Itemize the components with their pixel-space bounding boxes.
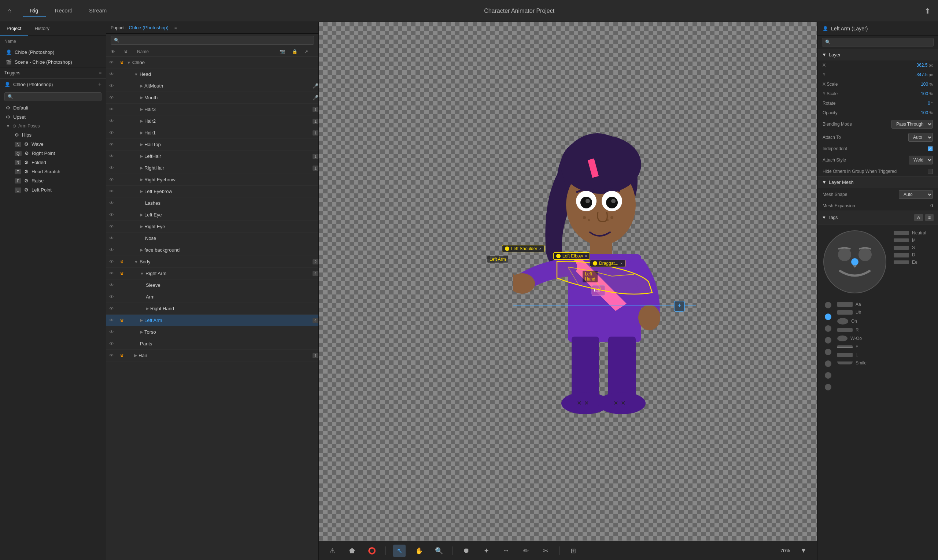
rig-dot[interactable] bbox=[825, 372, 832, 379]
eye-toggle[interactable]: 👁 bbox=[106, 83, 117, 89]
rig-dot[interactable] bbox=[825, 360, 832, 367]
puppet-name-link[interactable]: Chloe (Photoshop) bbox=[129, 25, 168, 31]
tool-record[interactable]: ⏺ bbox=[460, 545, 473, 557]
properties-search-input[interactable] bbox=[822, 38, 933, 46]
rig-dot[interactable] bbox=[825, 337, 832, 343]
tool-select[interactable]: ↖ bbox=[393, 545, 406, 557]
trigger-right-point[interactable]: Q ⚙ Right Point bbox=[9, 149, 106, 158]
prop-value-mesh-expansion[interactable]: 0 bbox=[930, 203, 933, 208]
eye-toggle[interactable]: 👁 bbox=[106, 247, 117, 253]
eye-toggle[interactable]: 👁 bbox=[106, 282, 117, 288]
eye-toggle[interactable]: 👁 bbox=[106, 106, 117, 112]
layer-row[interactable]: 👁 Pants bbox=[106, 338, 319, 350]
layer-row[interactable]: 👁 ▶ Mouth 🎤 bbox=[106, 92, 319, 104]
tool-pen[interactable]: ✏ bbox=[519, 545, 532, 557]
rig-dot[interactable] bbox=[825, 325, 832, 332]
eye-toggle[interactable]: 👁 bbox=[106, 142, 117, 147]
eye-toggle[interactable]: 👁 bbox=[106, 235, 117, 241]
prop-value-x[interactable]: 362.5 bbox=[916, 63, 927, 68]
tool-mesh[interactable]: ⬟ bbox=[346, 545, 358, 557]
blending-mode-select[interactable]: Pass Through Normal Multiply bbox=[892, 120, 933, 129]
hide-others-checkbox[interactable] bbox=[928, 169, 933, 174]
eye-toggle[interactable]: 👁 bbox=[106, 177, 117, 182]
trigger-group-arm-poses[interactable]: ▼ ⊙ Arm Poses bbox=[0, 122, 106, 131]
tool-star[interactable]: ✦ bbox=[480, 545, 493, 557]
layer-row-right-hand[interactable]: 👁 ▶ Right Hand bbox=[106, 303, 319, 315]
eye-toggle[interactable]: 👁 bbox=[106, 212, 117, 218]
layer-row[interactable]: 👁 ♛ ▼ Body 2 bbox=[106, 256, 319, 268]
tool-zoom[interactable]: 🔍 bbox=[433, 545, 445, 557]
eye-toggle[interactable]: 👁 bbox=[106, 71, 117, 77]
layer-row[interactable]: 👁 ▶ Right Eye bbox=[106, 221, 319, 232]
eye-toggle[interactable]: 👁 bbox=[106, 341, 117, 346]
home-icon[interactable]: ⌂ bbox=[7, 6, 12, 15]
trigger-head-scratch[interactable]: T ⚙ Head Scratch bbox=[9, 167, 106, 176]
eye-toggle[interactable]: 👁 bbox=[106, 154, 117, 159]
share-icon[interactable]: ⬆ bbox=[924, 6, 931, 15]
eye-toggle[interactable]: 👁 bbox=[106, 271, 117, 276]
eye-toggle[interactable]: 👁 bbox=[106, 317, 117, 323]
layer-row[interactable]: 👁 ▶ AltMouth 🎤 bbox=[106, 80, 319, 92]
rig-dot[interactable] bbox=[825, 302, 832, 308]
tool-hand[interactable]: ✋ bbox=[413, 545, 425, 557]
prop-value-rotate[interactable]: 0 bbox=[928, 101, 930, 106]
trigger-default[interactable]: ⚙ Default bbox=[0, 103, 106, 112]
eye-toggle[interactable]: 👁 bbox=[106, 306, 117, 311]
layer-mesh-section-header[interactable]: ▼ Layer Mesh bbox=[818, 177, 938, 188]
trigger-folded[interactable]: R ⚙ Folded bbox=[9, 158, 106, 167]
tab-project[interactable]: Project bbox=[0, 22, 28, 35]
rig-dot-active[interactable] bbox=[825, 314, 832, 320]
layer-row[interactable]: 👁 ▶ LeftHair 1 bbox=[106, 151, 319, 162]
layer-row[interactable]: 👁 ▼ Head bbox=[106, 68, 319, 80]
tag-menu-button[interactable]: ≡ bbox=[925, 214, 933, 221]
nav-tab-record[interactable]: Record bbox=[48, 5, 80, 17]
tool-grid[interactable]: ⊞ bbox=[567, 545, 579, 557]
trigger-hips[interactable]: ⚙ Hips bbox=[9, 131, 106, 140]
independent-checkbox[interactable]: ✓ bbox=[928, 146, 933, 151]
eye-toggle[interactable]: 👁 bbox=[106, 130, 117, 135]
layer-row-arm[interactable]: 👁 Arm bbox=[106, 291, 319, 303]
layer-row[interactable]: 👁 ▶ face background bbox=[106, 244, 319, 256]
layer-row[interactable]: 👁 ▶ Left Eye bbox=[106, 209, 319, 221]
layer-row[interactable]: 👁 ♛ ▶ Hair 1 bbox=[106, 350, 319, 362]
tool-warning[interactable]: ⚠ bbox=[326, 545, 339, 557]
puppet-menu-icon[interactable]: ≡ bbox=[174, 25, 177, 31]
layer-row-left-arm[interactable]: 👁 ♛ ▶ Left Arm 4 bbox=[106, 315, 319, 326]
project-item-chloe[interactable]: 👤 Chloe (Photoshop) bbox=[0, 47, 106, 57]
attach-to-select[interactable]: Auto None bbox=[908, 133, 933, 142]
layer-search-input[interactable] bbox=[122, 38, 311, 43]
layer-row[interactable]: 👁 Sleeve bbox=[106, 280, 319, 291]
tool-scissors[interactable]: ✂ bbox=[539, 545, 552, 557]
trigger-wave[interactable]: N ⚙ Wave bbox=[9, 140, 106, 149]
eye-toggle[interactable]: 👁 bbox=[106, 259, 117, 265]
tab-history[interactable]: History bbox=[28, 22, 56, 35]
prop-value-opacity[interactable]: 100 bbox=[921, 110, 928, 115]
eye-toggle[interactable]: 👁 bbox=[106, 60, 117, 65]
layer-row[interactable]: 👁 ▶ Hair2 1 bbox=[106, 115, 319, 127]
prop-value-xscale[interactable]: 100 bbox=[921, 82, 928, 87]
attach-style-select[interactable]: Weld Pin bbox=[909, 155, 933, 165]
tool-circle[interactable]: ⭕ bbox=[366, 545, 378, 557]
layer-row-right-arm[interactable]: 👁 ♛ ▼ Right Arm 4 bbox=[106, 268, 319, 280]
add-trigger-button[interactable]: + bbox=[98, 81, 102, 88]
prop-value-y[interactable]: -347.5 bbox=[915, 72, 927, 77]
tool-arrow[interactable]: ↔ bbox=[500, 545, 512, 557]
eye-toggle[interactable]: 👁 bbox=[106, 200, 117, 206]
eye-toggle[interactable]: 👁 bbox=[106, 118, 117, 124]
trigger-left-point[interactable]: U ⚙ Left Point bbox=[9, 185, 106, 194]
mesh-shape-select[interactable]: Auto Rectangle bbox=[899, 190, 933, 199]
rig-dot[interactable] bbox=[825, 384, 832, 391]
layer-row[interactable]: 👁 Lashes bbox=[106, 197, 319, 209]
rig-dot[interactable] bbox=[825, 349, 832, 355]
layer-row-right-eyebrow[interactable]: 👁 ▶ Right Eyebrow bbox=[106, 174, 319, 186]
layer-row[interactable]: 👁 ▶ Hair3 1 bbox=[106, 104, 319, 115]
eye-toggle[interactable]: 👁 bbox=[106, 165, 117, 171]
layer-row[interactable]: 👁 ▶ HairTop bbox=[106, 139, 319, 151]
layer-row[interactable]: 👁 ▶ RightHair 1 bbox=[106, 162, 319, 174]
triggers-menu-icon[interactable]: ≡ bbox=[99, 70, 102, 75]
trigger-upset[interactable]: ⚙ Upset bbox=[0, 112, 106, 122]
layer-row[interactable]: 👁 ♛ ▼ Chloe bbox=[106, 57, 319, 68]
zoom-dropdown-btn[interactable]: ▼ bbox=[797, 545, 810, 557]
eye-toggle[interactable]: 👁 bbox=[106, 294, 117, 300]
nav-tab-rig[interactable]: Rig bbox=[23, 5, 46, 17]
